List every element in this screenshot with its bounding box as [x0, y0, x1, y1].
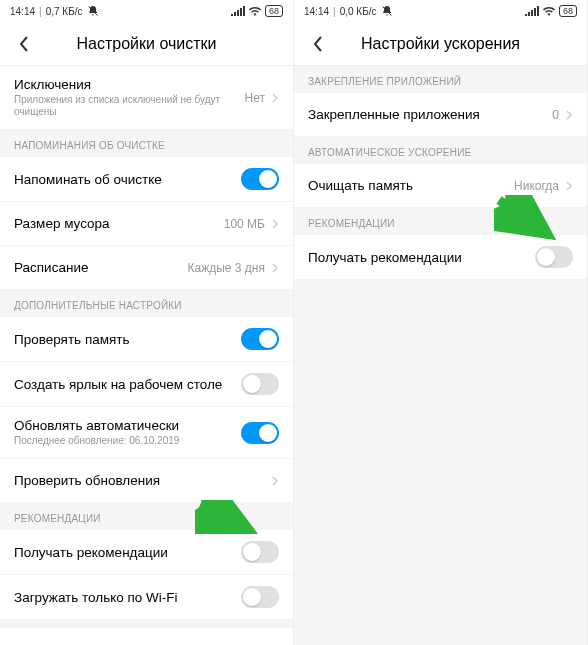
- wifi-icon: [542, 6, 556, 16]
- screen-boost-settings: 14:14 | 0,0 КБ/с 68 Настройки ускорения …: [294, 0, 588, 645]
- section-recommendations: РЕКОМЕНДАЦИИ: [0, 503, 293, 530]
- signal-icon: [525, 6, 539, 16]
- section-pinned: ЗАКРЕПЛЕНИЕ ПРИЛОЖЕНИЙ: [294, 66, 587, 93]
- header: Настройки очистки: [0, 22, 293, 66]
- clear-mem-label: Очищать память: [308, 178, 514, 193]
- status-time: 14:14: [304, 6, 329, 17]
- page-title: Настройки очистки: [40, 35, 253, 53]
- section-advanced: ДОПОЛНИТЕЛЬНЫЕ НАСТРОЙКИ: [0, 290, 293, 317]
- trash-size-label: Размер мусора: [14, 216, 224, 231]
- wifi-only-toggle[interactable]: [241, 586, 279, 608]
- section-reminders: НАПОМИНАНИЯ ОБ ОЧИСТКЕ: [0, 130, 293, 157]
- row-trash-size[interactable]: Размер мусора 100 МБ: [0, 202, 293, 246]
- status-bar: 14:14 | 0,7 КБ/с 68: [0, 0, 293, 22]
- row-exclusions[interactable]: Исключения Приложения из списка исключен…: [0, 66, 293, 130]
- section-recommendations: РЕКОМЕНДАЦИИ: [294, 208, 587, 235]
- page-title: Настройки ускорения: [334, 35, 547, 53]
- create-shortcut-toggle[interactable]: [241, 373, 279, 395]
- row-auto-update[interactable]: Обновлять автоматически Последнее обновл…: [0, 407, 293, 459]
- chevron-right-icon: [565, 108, 573, 122]
- exclusions-label: Исключения: [14, 77, 245, 92]
- header: Настройки ускорения: [294, 22, 587, 66]
- battery-icon: 68: [265, 5, 283, 17]
- row-create-shortcut[interactable]: Создать ярлык на рабочем столе: [0, 362, 293, 407]
- row-schedule[interactable]: Расписание Каждые 3 дня: [0, 246, 293, 290]
- check-memory-toggle[interactable]: [241, 328, 279, 350]
- status-bar: 14:14 | 0,0 КБ/с 68: [294, 0, 587, 22]
- back-button[interactable]: [302, 28, 334, 60]
- create-shortcut-label: Создать ярлык на рабочем столе: [14, 377, 241, 392]
- battery-icon: 68: [559, 5, 577, 17]
- remind-label: Напоминать об очистке: [14, 172, 241, 187]
- chevron-right-icon: [271, 261, 279, 275]
- check-updates-label: Проверить обновления: [14, 473, 271, 488]
- exclusions-sub: Приложения из списка исключений не будут…: [14, 94, 245, 118]
- chevron-right-icon: [271, 474, 279, 488]
- back-button[interactable]: [8, 28, 40, 60]
- pinned-value: 0: [552, 108, 559, 122]
- exclusions-value: Нет: [245, 91, 265, 105]
- clear-mem-value: Никогда: [514, 179, 559, 193]
- schedule-label: Расписание: [14, 260, 188, 275]
- wifi-only-label: Загружать только по Wi-Fi: [14, 590, 241, 605]
- screen-cleaning-settings: 14:14 | 0,7 КБ/с 68 Настройки очистки Ис…: [0, 0, 294, 645]
- dnd-icon: [87, 5, 99, 17]
- row-privacy[interactable]: Политика конфиденциальности: [0, 628, 293, 645]
- auto-update-label: Обновлять автоматически: [14, 418, 241, 433]
- check-memory-label: Проверять память: [14, 332, 241, 347]
- pinned-label: Закрепленные приложения: [308, 107, 552, 122]
- get-recs-toggle[interactable]: [535, 246, 573, 268]
- auto-update-toggle[interactable]: [241, 422, 279, 444]
- remind-toggle[interactable]: [241, 168, 279, 190]
- status-speed: 0,0 КБ/с: [340, 6, 377, 17]
- get-recs-label: Получать рекомендации: [14, 545, 241, 560]
- row-get-recs[interactable]: Получать рекомендации: [294, 235, 587, 280]
- auto-update-sub: Последнее обновление: 06.10.2019: [14, 435, 241, 447]
- row-remind[interactable]: Напоминать об очистке: [0, 157, 293, 202]
- trash-size-value: 100 МБ: [224, 217, 265, 231]
- wifi-icon: [248, 6, 262, 16]
- schedule-value: Каждые 3 дня: [188, 261, 265, 275]
- row-get-recs[interactable]: Получать рекомендации: [0, 530, 293, 575]
- status-speed: 0,7 КБ/с: [46, 6, 83, 17]
- dnd-icon: [381, 5, 393, 17]
- get-recs-label: Получать рекомендации: [308, 250, 535, 265]
- row-wifi-only[interactable]: Загружать только по Wi-Fi: [0, 575, 293, 620]
- chevron-right-icon: [271, 91, 279, 105]
- get-recs-toggle[interactable]: [241, 541, 279, 563]
- chevron-right-icon: [565, 179, 573, 193]
- row-check-updates[interactable]: Проверить обновления: [0, 459, 293, 503]
- row-check-memory[interactable]: Проверять память: [0, 317, 293, 362]
- section-auto-boost: АВТОМАТИЧЕСКОЕ УСКОРЕНИЕ: [294, 137, 587, 164]
- status-time: 14:14: [10, 6, 35, 17]
- chevron-right-icon: [271, 217, 279, 231]
- signal-icon: [231, 6, 245, 16]
- row-clear-memory[interactable]: Очищать память Никогда: [294, 164, 587, 208]
- row-pinned-apps[interactable]: Закрепленные приложения 0: [294, 93, 587, 137]
